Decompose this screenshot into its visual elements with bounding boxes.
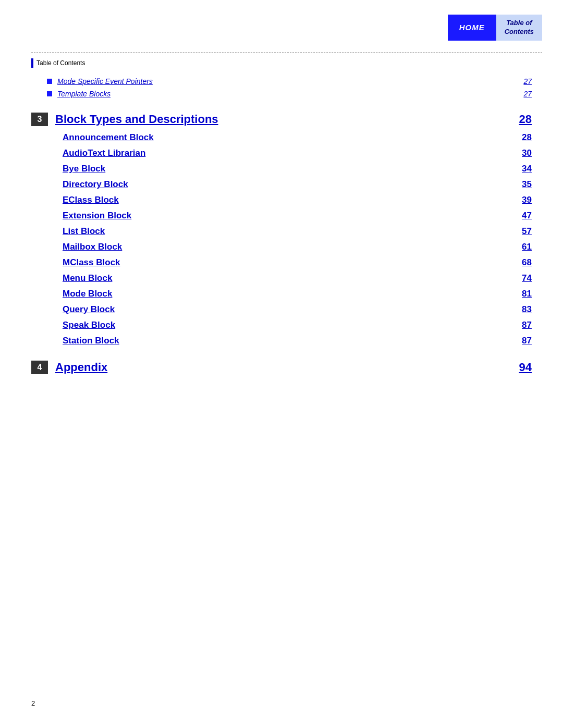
block-link-10[interactable]: Mode Block [63, 289, 112, 299]
sub-entry-left: Template Blocks [47, 90, 111, 98]
block-page-7: 61 [522, 242, 532, 252]
block-link-5[interactable]: Extension Block [63, 211, 131, 221]
block-link-4[interactable]: EClass Block [63, 195, 119, 205]
template-blocks-page: 27 [523, 90, 532, 98]
section4-number: 4 [31, 361, 48, 374]
section4-title[interactable]: Appendix [55, 361, 107, 374]
block-entry-8: MClass Block68 [31, 257, 532, 268]
template-blocks-link[interactable]: Template Blocks [57, 90, 111, 98]
section4-row: 4 Appendix 94 [31, 361, 532, 374]
block-page-0: 28 [522, 132, 532, 143]
table-of-contents-button[interactable]: Table ofContents [496, 15, 542, 41]
block-page-13: 87 [522, 336, 532, 346]
block-entry-13: Station Block87 [31, 336, 532, 346]
footer-page-number: 2 [31, 699, 35, 707]
sub-entries-list: Mode Specific Event Pointers 27 Template… [31, 77, 532, 98]
block-link-3[interactable]: Directory Block [63, 179, 128, 190]
block-link-13[interactable]: Station Block [63, 336, 119, 346]
block-entries-list: Announcement Block28AudioText Librarian3… [31, 132, 532, 346]
block-page-10: 81 [522, 289, 532, 299]
section3-row: 3 Block Types and Descriptions 28 [31, 113, 532, 126]
block-link-8[interactable]: MClass Block [63, 257, 120, 268]
block-page-3: 35 [522, 179, 532, 190]
block-link-2[interactable]: Bye Block [63, 164, 105, 174]
block-link-6[interactable]: List Block [63, 226, 105, 237]
block-link-11[interactable]: Query Block [63, 304, 115, 315]
block-link-9[interactable]: Menu Block [63, 273, 112, 283]
block-entry-11: Query Block83 [31, 304, 532, 315]
block-entry-6: List Block57 [31, 226, 532, 237]
block-page-12: 87 [522, 320, 532, 330]
block-entry-0: Announcement Block28 [31, 132, 532, 143]
section3-number: 3 [31, 113, 48, 126]
block-page-2: 34 [522, 164, 532, 174]
sub-entry-left: Mode Specific Event Pointers [47, 77, 153, 85]
block-entry-3: Directory Block35 [31, 179, 532, 190]
block-entry-4: EClass Block39 [31, 195, 532, 205]
home-button[interactable]: HOME [448, 15, 496, 41]
top-divider [31, 52, 542, 53]
block-entry-12: Speak Block87 [31, 320, 532, 330]
section4-left: 4 Appendix [31, 361, 107, 374]
block-link-7[interactable]: Mailbox Block [63, 242, 122, 252]
block-entry-2: Bye Block34 [31, 164, 532, 174]
section3-title[interactable]: Block Types and Descriptions [55, 113, 218, 126]
block-page-6: 57 [522, 226, 532, 237]
section4-page: 94 [519, 361, 532, 374]
block-entry-5: Extension Block47 [31, 211, 532, 221]
block-page-4: 39 [522, 195, 532, 205]
block-link-12[interactable]: Speak Block [63, 320, 115, 330]
section3-left: 3 Block Types and Descriptions [31, 113, 218, 126]
bullet-icon [47, 79, 52, 84]
block-page-8: 68 [522, 257, 532, 268]
block-link-0[interactable]: Announcement Block [63, 132, 154, 143]
block-page-11: 83 [522, 304, 532, 315]
block-page-9: 74 [522, 273, 532, 283]
block-page-1: 30 [522, 148, 532, 158]
toc-label-text: Table of Contents [36, 59, 85, 67]
main-content: Mode Specific Event Pointers 27 Template… [31, 77, 532, 380]
section3-page: 28 [519, 113, 532, 126]
bullet-icon [47, 91, 52, 96]
block-entry-1: AudioText Librarian30 [31, 148, 532, 158]
sub-entry-mode-specific: Mode Specific Event Pointers 27 [31, 77, 532, 85]
header-navigation: HOME Table ofContents [448, 15, 542, 41]
mode-specific-page: 27 [523, 77, 532, 85]
mode-specific-link[interactable]: Mode Specific Event Pointers [57, 77, 153, 85]
blue-accent-bar [31, 58, 33, 68]
block-link-1[interactable]: AudioText Librarian [63, 148, 145, 158]
block-page-5: 47 [522, 211, 532, 221]
block-entry-10: Mode Block81 [31, 289, 532, 299]
toc-label-bar: Table of Contents [31, 58, 85, 68]
block-entry-9: Menu Block74 [31, 273, 532, 283]
sub-entry-template-blocks: Template Blocks 27 [31, 90, 532, 98]
block-entry-7: Mailbox Block61 [31, 242, 532, 252]
